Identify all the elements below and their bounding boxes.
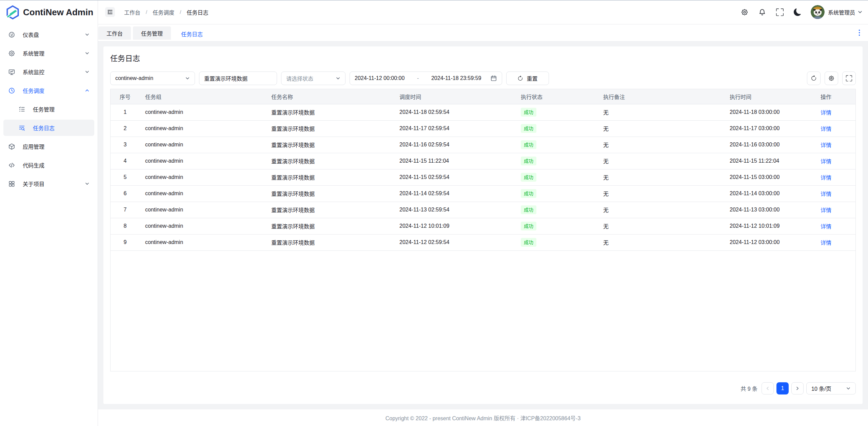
breadcrumb-separator: / [180,9,181,15]
breadcrumb-item-workbench[interactable]: 工作台 [124,8,140,16]
table-fullscreen-button[interactable] [842,72,856,85]
cell-schedule-time: 2024-11-18 02:59:54 [394,104,515,120]
pagination-page-1[interactable]: 1 [776,382,789,394]
task-group-select[interactable]: continew-admin [110,72,195,85]
cell-name: 重置演示环境数据 [266,104,394,120]
breadcrumb-item-task-scheduling[interactable]: 任务调度 [153,8,174,16]
detail-link[interactable]: 详情 [821,126,831,132]
sidebar-item-task-scheduling[interactable]: 任务调度 [3,82,94,99]
tab-task-management[interactable]: 任务管理 [133,26,171,40]
chevron-down-icon [85,181,90,186]
sidebar-item-about-project[interactable]: 关于项目 [3,176,94,192]
detail-link[interactable]: 详情 [821,240,831,246]
tab-workbench[interactable]: 工作台 [98,26,131,40]
cell-seq: 1 [111,104,140,120]
task-group-select-value: continew-admin [115,75,153,81]
topbar: 工作台 / 任务调度 / 任务日志 [98,0,868,24]
date-range-picker[interactable]: 2024-11-12 00:00:00 - 2024-11-18 23:59:5… [350,72,502,85]
cell-seq: 4 [111,153,140,169]
cell-name: 重置演示环境数据 [266,202,394,218]
dark-mode-button[interactable] [793,8,802,16]
status-badge: 成功 [521,189,536,198]
vertical-dots-icon [859,29,860,36]
cell-action: 详情 [815,234,855,250]
status-select[interactable]: 请选择状态 [281,72,346,85]
menu-collapse-button[interactable] [105,7,115,17]
cell-exec-time: 2024-11-15 03:00:00 [724,169,815,185]
code-icon [8,162,15,169]
detail-link[interactable]: 详情 [821,142,831,148]
app: ContiNew Admin 仪表盘 系统管理 [0,0,868,426]
sidebar-item-system-monitor[interactable]: 系统监控 [3,64,94,80]
table-settings-button[interactable] [825,72,838,85]
sidebar-item-dashboard[interactable]: 仪表盘 [3,26,94,43]
status-badge: 成功 [521,222,536,230]
content-area: 任务日志 continew-admin 请选择状 [98,41,868,409]
reset-button-label: 重置 [527,74,537,82]
detail-link[interactable]: 详情 [821,159,831,164]
sidebar-item-app-management[interactable]: 应用管理 [3,138,94,155]
column-header-group: 任务组 [140,89,266,104]
refresh-icon [517,76,523,81]
cell-name: 重置演示环境数据 [266,218,394,234]
pagination-prev-button[interactable] [762,382,774,394]
date-range-separator: - [414,75,422,81]
detail-link[interactable]: 详情 [821,175,831,181]
sidebar-item-task-log[interactable]: 任务日志 [3,120,94,136]
cell-status: 成功 [515,202,598,218]
tab-task-log[interactable]: 任务日志 [173,26,211,41]
sidebar-item-system-management[interactable]: 系统管理 [3,45,94,61]
table-row: 4continew-admin重置演示环境数据2024-11-15 11:22:… [111,153,855,169]
cell-name: 重置演示环境数据 [266,153,394,169]
table-refresh-button[interactable] [807,72,821,85]
column-header-status: 执行状态 [515,89,598,104]
pagination: 共 9 条 1 10 条/页 [110,382,856,394]
footer: Copyright © 2022 - present ContiNew Admi… [98,409,868,426]
detail-link[interactable]: 详情 [821,224,831,229]
task-name-input[interactable] [199,72,277,85]
detail-link[interactable]: 详情 [821,110,831,116]
cell-seq: 6 [111,185,140,202]
sidebar-item-task-management[interactable]: 任务管理 [3,101,94,117]
monitor-icon [8,68,15,76]
fullscreen-button[interactable] [776,8,784,16]
settings-button[interactable] [741,8,749,16]
cell-remark: 无 [598,153,724,169]
brand-logo[interactable]: ContiNew Admin [0,0,98,24]
main-area: 工作台 / 任务调度 / 任务日志 [98,0,868,426]
cell-seq: 3 [111,137,140,153]
cell-schedule-time: 2024-11-16 02:59:54 [394,137,515,153]
column-header-remark: 执行备注 [598,89,724,104]
pagination-next-button[interactable] [791,382,804,394]
task-log-card: 任务日志 continew-admin 请选择状 [103,46,863,404]
notifications-button[interactable] [758,8,766,16]
cell-seq: 2 [111,120,140,137]
status-badge: 成功 [521,140,536,149]
chevron-down-icon[interactable] [857,9,863,15]
reset-button[interactable]: 重置 [506,72,549,85]
tab-more-button[interactable] [855,28,863,38]
cell-action: 详情 [815,153,855,169]
user-avatar[interactable] [811,5,825,19]
cell-status: 成功 [515,153,598,169]
cell-seq: 5 [111,169,140,185]
task-name-input-wrap [199,72,277,85]
status-badge: 成功 [521,108,536,117]
table-row: 2continew-admin重置演示环境数据2024-11-17 02:59:… [111,120,855,137]
detail-link[interactable]: 详情 [821,191,831,197]
cell-status: 成功 [515,104,598,120]
calendar-icon [490,75,497,82]
cell-group: continew-admin [140,120,266,137]
cell-action: 详情 [815,202,855,218]
cell-schedule-time: 2024-11-12 10:01:09 [394,218,515,234]
detail-link[interactable]: 详情 [821,207,831,213]
username[interactable]: 系统管理员 [828,8,855,16]
table-row: 8continew-admin重置演示环境数据2024-11-12 10:01:… [111,218,855,234]
column-header-seq: 序号 [111,89,140,104]
cube-icon [8,143,15,150]
status-badge: 成功 [521,238,536,247]
page-size-select[interactable]: 10 条/页 [806,382,856,394]
sidebar-item-code-generation[interactable]: 代码生成 [3,157,94,173]
cell-action: 详情 [815,104,855,120]
fullscreen-icon [776,8,784,16]
